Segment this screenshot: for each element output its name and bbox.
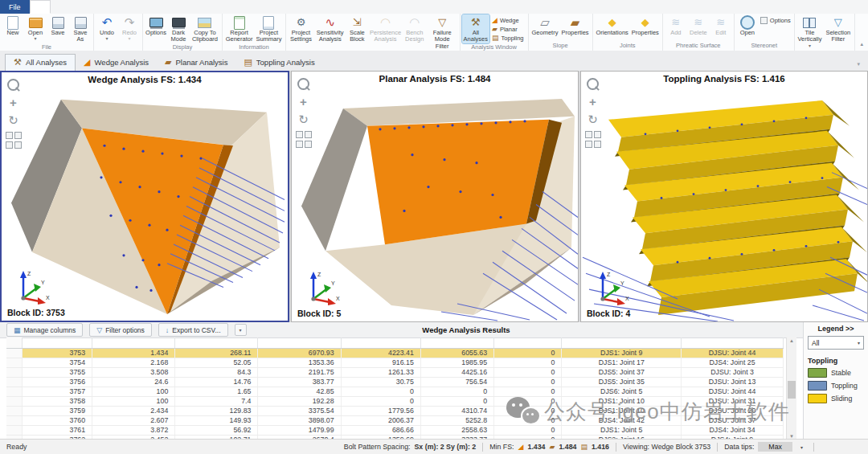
ribbon-tab[interactable]	[70, 0, 89, 14]
table-row[interactable]: 3756 24.6 14.76 383.77 30.75 756.54 0 DJ…	[6, 378, 784, 387]
pan-icon[interactable]: +	[10, 96, 17, 108]
planar-window-button[interactable]: ▰Planar	[490, 25, 525, 33]
manage-columns-button[interactable]: ▦Manage columns	[6, 323, 83, 337]
zoom-in-icon[interactable]	[296, 141, 303, 148]
column-header[interactable]	[494, 337, 562, 348]
failure-mode-filter-button[interactable]: ▽Failure Mode Filter	[427, 14, 458, 50]
toppling-window-button[interactable]: ▤Toppling	[490, 34, 525, 42]
wedge-window-button[interactable]: ◢Wedge	[490, 16, 525, 24]
table-row[interactable]: 3757 100 1.65 42.85 0 0 0 DJS6: Joint 5 …	[6, 387, 784, 397]
column-header[interactable]	[175, 337, 258, 348]
zoom-in-icon[interactable]	[585, 141, 592, 148]
save-button[interactable]: Save	[47, 14, 69, 36]
legend-title[interactable]: Legend >>	[808, 325, 864, 333]
column-header[interactable]	[421, 337, 494, 348]
zoom-out-icon[interactable]	[594, 141, 601, 148]
zoom-extents-icon[interactable]	[296, 131, 303, 138]
zoom-extents-icon[interactable]	[6, 132, 13, 139]
scale-block-button[interactable]: ⇲Scale Block	[346, 14, 368, 43]
open-button[interactable]: Open	[24, 14, 47, 42]
cell-block-id: 3757	[23, 387, 92, 396]
data-tips-dropdown[interactable]: ▾	[796, 444, 807, 450]
column-header[interactable]	[342, 337, 421, 348]
window-list-icon[interactable]: ▾	[849, 61, 868, 71]
table-row[interactable]: 3758 100 7.4 192.28 0 0 0 DJS1: Joint 10…	[6, 397, 784, 407]
zoom-out-icon[interactable]	[305, 141, 312, 148]
tile-vertically-button[interactable]: Tile Vertically	[796, 14, 823, 49]
stereonet-open-button[interactable]: Open	[736, 14, 759, 36]
planar-view[interactable]: Planar Analysis FS: 1.484 + ↻	[291, 71, 579, 322]
table-row[interactable]: 3761 3.872 56.92 1479.99 686.66 2558.63 …	[6, 426, 784, 436]
ribbon-tab[interactable]	[30, 0, 51, 14]
bench-design-button[interactable]: ◠Bench Design	[403, 14, 427, 43]
collapse-ribbon-button[interactable]: ▴	[855, 14, 868, 51]
zoom-icon[interactable]	[297, 78, 309, 90]
table-row[interactable]: 3759 2.434 129.83 3375.54 1779.56 4310.7…	[6, 407, 784, 416]
legend-item-label: Toppling	[831, 382, 858, 390]
filter-options-button[interactable]: ▽Filter options	[89, 323, 152, 337]
all-analyses-button[interactable]: ⚒All Analyses	[462, 14, 489, 43]
column-header[interactable]	[92, 337, 175, 348]
slope-properties-button[interactable]: ▰Properties	[559, 14, 590, 36]
selection-filter-button[interactable]: ▽Selection Filter	[823, 14, 853, 43]
redo-button[interactable]: ↷Redo	[118, 14, 141, 42]
tab-planar-analysis[interactable]: ▰Planar Analysis	[157, 55, 235, 71]
zoom-icon[interactable]	[7, 79, 19, 91]
export-csv-button[interactable]: ↓Export to CSV...	[158, 323, 228, 337]
table-scrollbar[interactable]: ▲ ▼	[786, 337, 796, 440]
column-header[interactable]	[562, 337, 682, 348]
copy-to-clipboard-button[interactable]: Copy To Clipboard	[190, 14, 220, 43]
joint-properties-button[interactable]: ◆Properties	[630, 14, 661, 36]
results-toolbar: ▦Manage columns ▽Filter options ↓Export …	[0, 322, 803, 338]
column-header[interactable]	[258, 337, 341, 348]
new-button[interactable]: New	[2, 14, 24, 36]
zoom-out-icon[interactable]	[14, 141, 22, 149]
joint-orientations-button[interactable]: ◆Orientations	[595, 14, 630, 36]
phreatic-delete-button[interactable]: ≋Delete	[687, 14, 710, 36]
tab-file[interactable]: File	[0, 0, 30, 14]
pan-icon[interactable]: +	[300, 96, 307, 108]
column-header[interactable]	[23, 337, 92, 348]
ribbon-tab[interactable]	[108, 0, 128, 14]
tab-all-analyses[interactable]: ⚒All Analyses	[5, 54, 76, 71]
pan-icon[interactable]: +	[589, 96, 596, 108]
rotate-icon[interactable]: ↻	[8, 114, 18, 126]
tab-toppling-analysis[interactable]: ▤Toppling Analysis	[235, 55, 322, 71]
column-header[interactable]	[682, 337, 784, 348]
ribbon-tab[interactable]	[51, 0, 70, 14]
undo-button[interactable]: ↶Undo	[96, 14, 118, 42]
sensitivity-analysis-button[interactable]: ∿Sensitivity Analysis	[314, 14, 346, 43]
tab-wedge-analysis[interactable]: ◢Wedge Analysis	[76, 55, 157, 71]
stereonet-options-button[interactable]: Options	[759, 17, 792, 24]
table-row[interactable]: 3760 2.607 149.93 3898.07 2006.37 5252.8…	[6, 416, 784, 426]
table-row[interactable]: 3754 2.168 52.05 1353.36 916.15 1985.95 …	[6, 358, 784, 368]
save-as-button[interactable]: Save As	[69, 14, 92, 43]
toppling-view[interactable]: Toppling Analysis FS: 1.416 + ↻	[580, 71, 868, 322]
phreatic-edit-button[interactable]: ≋Edit	[710, 14, 732, 36]
rotate-icon[interactable]: ↻	[298, 113, 309, 125]
data-tips-button[interactable]: Max	[758, 442, 792, 452]
slope-geometry-button[interactable]: ▱Geometry	[530, 14, 560, 36]
wedge-view[interactable]: Wedge Analysis FS: 1.434 + ↻	[0, 71, 289, 322]
project-settings-button[interactable]: ⚙Project Settings	[288, 14, 314, 43]
project-summary-button[interactable]: Project Summary	[254, 14, 284, 43]
legend-filter-select[interactable]: All▾	[808, 336, 864, 350]
phreatic-add-button[interactable]: ≋Add	[665, 14, 687, 36]
zoom-in-icon[interactable]	[6, 141, 13, 149]
persistence-analysis-button[interactable]: ◠Persistence Analysis	[368, 14, 402, 43]
zoom-extents-icon[interactable]	[585, 131, 592, 138]
scrollbar-thumb[interactable]	[788, 381, 796, 399]
dark-mode-button[interactable]: Dark Mode	[167, 14, 190, 43]
scroll-up-icon[interactable]: ▲	[789, 338, 794, 343]
zoom-window-icon[interactable]	[305, 131, 312, 138]
zoom-icon[interactable]	[587, 78, 599, 90]
report-generator-button[interactable]: Report Generator	[224, 14, 254, 43]
zoom-window-icon[interactable]	[594, 131, 601, 138]
ribbon-tab[interactable]	[89, 0, 108, 14]
table-row[interactable]: 3753 1.434 268.11 6970.93 4223.41 6055.6…	[6, 349, 784, 358]
rotate-icon[interactable]: ↻	[588, 113, 598, 125]
options-button[interactable]: Options	[145, 14, 167, 36]
export-dropdown-button[interactable]: ▾	[235, 324, 247, 336]
table-row[interactable]: 3755 3.508 84.3 2191.75 1261.33 4425.16 …	[6, 368, 784, 378]
zoom-window-icon[interactable]	[14, 132, 22, 139]
